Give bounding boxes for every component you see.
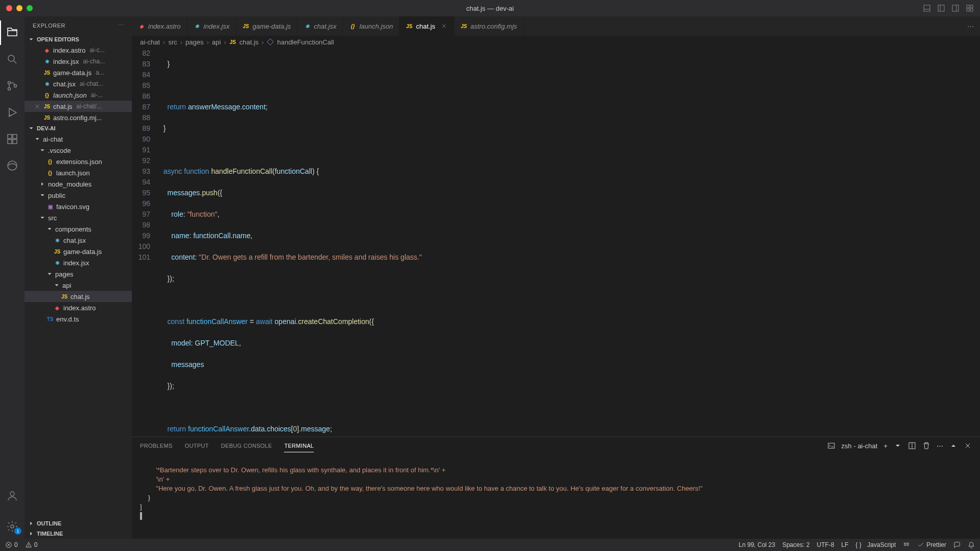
svg-rect-29 xyxy=(267,39,273,45)
tree-file[interactable]: TSenv.d.ts xyxy=(25,313,132,325)
tree-file[interactable]: ▣favicon.svg xyxy=(25,201,132,212)
svg-rect-17 xyxy=(13,134,17,139)
status-prettier[interactable]: Prettier xyxy=(917,541,946,548)
svg-point-40 xyxy=(904,544,906,546)
status-eol[interactable]: LF xyxy=(842,541,849,548)
svg-point-13 xyxy=(8,88,11,90)
tab-index-astro[interactable]: ◆index.astro xyxy=(132,16,188,36)
open-editor-item[interactable]: {}launch.jsonai-... xyxy=(25,89,132,101)
project-section[interactable]: DEV-AI xyxy=(25,123,132,133)
new-terminal-icon[interactable]: + xyxy=(883,442,888,450)
status-feedback[interactable] xyxy=(953,541,961,548)
terminal-profile-icon[interactable] xyxy=(827,442,835,450)
tab-game-data[interactable]: JSgame-data.js xyxy=(236,16,297,36)
open-editor-item[interactable]: ◆index.astroai-c... xyxy=(25,44,132,56)
svg-rect-9 xyxy=(970,9,973,11)
chevron-down-icon xyxy=(28,36,35,43)
svg-rect-8 xyxy=(967,9,969,11)
explorer-activity[interactable] xyxy=(0,20,25,45)
tree-folder[interactable]: components xyxy=(25,223,132,235)
status-errors[interactable]: 0 xyxy=(5,541,18,548)
accounts-activity[interactable] xyxy=(0,484,25,508)
tab-astro-config[interactable]: JSastro.config.mjs xyxy=(454,16,524,36)
close-icon[interactable] xyxy=(440,22,448,30)
tree-file[interactable]: JSgame-data.js xyxy=(25,246,132,257)
tree-folder[interactable]: src xyxy=(25,212,132,223)
more-icon[interactable]: ⋯ xyxy=(967,22,974,30)
tab-launch-json[interactable]: {}launch.json xyxy=(343,16,400,36)
trash-icon[interactable] xyxy=(922,442,930,450)
layout-grid-icon[interactable] xyxy=(966,4,974,12)
panel-tab-terminal[interactable]: TERMINAL xyxy=(284,440,314,452)
svg-point-39 xyxy=(28,546,29,546)
terminal-shell-label: zsh - ai-chat xyxy=(842,442,878,450)
tree-file-active[interactable]: JSchat.js xyxy=(25,291,132,302)
open-editor-item[interactable]: ⚛chat.jsxai-chat... xyxy=(25,78,132,89)
minimize-window-button[interactable] xyxy=(16,5,22,11)
timeline-section[interactable]: TIMELINE xyxy=(25,529,132,539)
open-editors-section[interactable]: OPEN EDITORS xyxy=(25,34,132,44)
tab-index-jsx[interactable]: ⚛index.jsx xyxy=(188,16,237,36)
method-icon xyxy=(267,38,274,45)
source-control-activity[interactable] xyxy=(0,74,25,98)
status-spaces[interactable]: Spaces: 2 xyxy=(782,541,809,548)
status-copilot[interactable] xyxy=(903,541,910,548)
tree-folder[interactable]: api xyxy=(25,280,132,291)
tree-file[interactable]: ◆index.astro xyxy=(25,302,132,313)
tab-chat-jsx[interactable]: ⚛chat.jsx xyxy=(297,16,343,36)
open-editor-item[interactable]: ⚛index.jsxai-cha... xyxy=(25,56,132,67)
svg-point-41 xyxy=(907,544,909,546)
breadcrumb[interactable]: ai-chat› src› pages› api› JSchat.js› han… xyxy=(132,36,980,48)
tree-file[interactable]: ⚛index.jsx xyxy=(25,257,132,268)
tree-folder[interactable]: ai-chat xyxy=(25,133,132,145)
tree-file[interactable]: ⚛chat.jsx xyxy=(25,235,132,246)
settings-activity[interactable]: 1 xyxy=(0,514,25,539)
svg-rect-19 xyxy=(13,140,17,144)
status-cursor-pos[interactable]: Ln 99, Col 23 xyxy=(739,541,775,548)
chevron-down-icon[interactable] xyxy=(894,442,902,450)
tree-folder[interactable]: .vscode xyxy=(25,145,132,156)
search-activity[interactable] xyxy=(0,47,25,72)
minimap[interactable] xyxy=(975,48,980,437)
outline-section[interactable]: OUTLINE xyxy=(25,518,132,529)
tree-file[interactable]: {}launch.json xyxy=(25,167,132,178)
status-encoding[interactable]: UTF-8 xyxy=(817,541,834,548)
editor-tabs: ◆index.astro ⚛index.jsx JSgame-data.js ⚛… xyxy=(132,16,980,36)
more-icon[interactable]: ⋯ xyxy=(937,442,943,450)
maximize-window-button[interactable] xyxy=(27,5,33,11)
open-editor-item[interactable]: JSgame-data.jsa... xyxy=(25,67,132,78)
code-editor[interactable]: 8283848586878889909192939495969798991001… xyxy=(132,48,980,437)
layout-panel-icon[interactable] xyxy=(923,4,931,12)
edge-activity[interactable] xyxy=(0,153,25,178)
tree-folder[interactable]: pages xyxy=(25,268,132,280)
layout-split-icon[interactable] xyxy=(951,4,960,12)
close-icon[interactable] xyxy=(34,103,41,110)
close-icon[interactable] xyxy=(964,442,972,450)
sidebar-title: EXPLORER xyxy=(33,22,65,29)
status-bar: 0 0 Ln 99, Col 23 Spaces: 2 UTF-8 LF { }… xyxy=(0,539,980,551)
tree-file[interactable]: {}extensions.json xyxy=(25,156,132,167)
svg-point-20 xyxy=(8,161,17,170)
tree-folder[interactable]: public xyxy=(25,190,132,201)
open-editor-item-active[interactable]: JSchat.jsai-chat/... xyxy=(25,101,132,112)
split-terminal-icon[interactable] xyxy=(908,442,916,450)
close-window-button[interactable] xyxy=(6,5,12,11)
status-warnings[interactable]: 0 xyxy=(25,541,38,548)
window-title: chat.js — dev-ai xyxy=(466,5,514,12)
sidebar: EXPLORER ⋯ OPEN EDITORS ◆index.astroai-c… xyxy=(25,16,132,539)
chevron-up-icon[interactable] xyxy=(949,442,958,450)
extensions-activity[interactable] xyxy=(0,127,25,151)
run-debug-activity[interactable] xyxy=(0,100,25,125)
sidebar-more-icon[interactable]: ⋯ xyxy=(118,22,124,29)
tree-folder[interactable]: node_modules xyxy=(25,178,132,190)
svg-rect-30 xyxy=(828,443,834,448)
status-bell[interactable] xyxy=(968,541,975,548)
terminal-output[interactable]: '*Bartender steps over to Dr. Owen, refi… xyxy=(132,454,980,539)
panel-tab-output[interactable]: OUTPUT xyxy=(185,440,209,452)
panel-tab-problems[interactable]: PROBLEMS xyxy=(140,440,173,452)
tab-chat-js-active[interactable]: JSchat.js xyxy=(400,16,454,36)
layout-sidebar-icon[interactable] xyxy=(937,4,945,12)
open-editor-item[interactable]: JSastro.config.mj... xyxy=(25,112,132,123)
status-language[interactable]: { } JavaScript xyxy=(856,541,896,548)
panel-tab-debug[interactable]: DEBUG CONSOLE xyxy=(221,440,272,452)
